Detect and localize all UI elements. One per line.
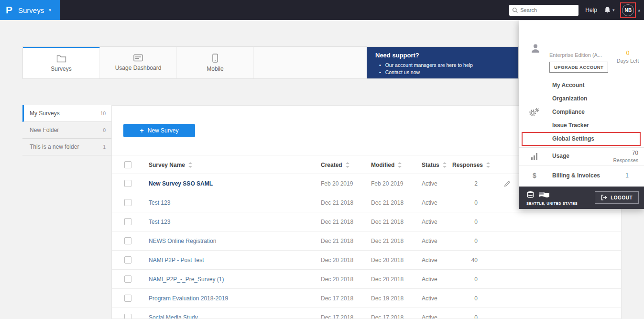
folder-label: My Surveys <box>30 110 60 117</box>
days-left-value: 0 <box>615 50 640 56</box>
upgrade-account-button[interactable]: UPGRADE ACCOUNT <box>549 62 608 73</box>
tab-usage-dashboard[interactable]: Usage Dashboard <box>100 47 177 78</box>
menu-item-usage[interactable]: Usage 70 Responses <box>519 147 644 165</box>
status-cell: Active <box>422 231 437 251</box>
menu-item-my-account[interactable]: My Account <box>519 78 644 92</box>
modified-cell: Dec 21 2018 <box>371 212 404 231</box>
table-row: Test 123 Dec 21 2018 Dec 21 2018 Active … <box>112 212 621 231</box>
account-dropdown-menu: Enterprise Edition (A... UPGRADE ACCOUNT… <box>519 20 644 209</box>
support-bullet: Our account managers are here to help <box>375 62 510 69</box>
app-window: P Surveys ▾ Help ▾ NB ▴ <box>0 0 644 319</box>
status-cell: Active <box>422 193 437 212</box>
tab-label: Surveys <box>51 66 71 72</box>
menu-item-issue-tracker[interactable]: Issue Tracker <box>519 119 644 132</box>
sidebar-item-my-surveys[interactable]: My Surveys 10 <box>22 105 111 122</box>
modified-cell: Dec 19 2018 <box>371 289 404 308</box>
menu-footer: SEATTLE, UNITED STATES LOGOUT <box>519 187 644 209</box>
chevron-up-icon[interactable]: ▴ <box>638 8 640 12</box>
sort-icon[interactable] <box>486 162 490 168</box>
avatar-highlight-box: NB <box>620 2 636 18</box>
column-responses: Responses <box>452 155 490 175</box>
search-input[interactable] <box>509 5 579 16</box>
dashboard-icon <box>133 54 143 62</box>
folder-count: 1 <box>103 144 106 150</box>
column-status: Status <box>422 155 447 175</box>
modified-cell: Feb 20 2019 <box>371 174 403 193</box>
survey-name-link[interactable]: NEWS Online Registration <box>149 231 216 251</box>
new-survey-label: New Survey <box>148 127 179 134</box>
survey-name-link[interactable]: Test 123 <box>149 212 170 231</box>
select-all-checkbox[interactable] <box>124 161 131 168</box>
sidebar-item-this-is-a-new-folder[interactable]: This is a new folder 1 <box>22 139 111 155</box>
row-checkbox[interactable] <box>124 199 131 206</box>
column-created: Created <box>321 155 349 175</box>
module-tabs-bar: Surveys Usage Dashboard Mobile Need supp… <box>22 46 519 79</box>
logout-icon <box>601 195 607 200</box>
row-checkbox[interactable] <box>124 180 131 187</box>
menu-item-organization[interactable]: Organization <box>519 92 644 105</box>
table-row: NAMI_P2P_-_Pre_Survey (1) Dec 20 2018 De… <box>112 270 621 289</box>
created-cell: Dec 20 2018 <box>321 251 353 270</box>
table-row: Social Media Study Dec 17 2018 Dec 17 20… <box>112 308 621 319</box>
help-link[interactable]: Help <box>585 7 597 13</box>
folder-label: This is a new folder <box>30 143 79 150</box>
product-switcher[interactable]: P Surveys ▾ <box>0 0 60 20</box>
contact-us-link[interactable]: Contact us now <box>375 69 510 76</box>
status-cell: Active <box>422 174 437 193</box>
tab-mobile[interactable]: Mobile <box>177 47 254 78</box>
billing-count: 1 <box>625 165 629 187</box>
menu-item-billing[interactable]: $ Billing & Invoices 1 <box>519 165 644 187</box>
usage-unit: Responses <box>613 157 638 163</box>
row-checkbox[interactable] <box>124 295 131 302</box>
row-checkbox[interactable] <box>124 314 131 319</box>
support-title: Need support? <box>375 52 510 59</box>
row-checkbox[interactable] <box>124 275 131 283</box>
global-search <box>509 5 579 16</box>
us-flag-icon <box>539 191 550 198</box>
survey-name-link[interactable]: Program Evaluation 2018-2019 <box>149 289 228 308</box>
tab-label: Mobile <box>207 66 223 72</box>
new-survey-button[interactable]: + New Survey <box>123 124 195 137</box>
avatar[interactable]: NB <box>622 4 634 16</box>
search-icon <box>512 7 518 13</box>
column-label: Survey Name <box>149 162 185 168</box>
row-checkbox[interactable] <box>124 256 131 264</box>
menu-item-global-settings[interactable]: Global Settings <box>519 132 644 145</box>
sort-icon[interactable] <box>443 162 447 168</box>
sort-icon[interactable] <box>398 162 402 168</box>
modified-cell: Dec 20 2018 <box>371 251 404 270</box>
responses-cell: 2 <box>447 174 478 193</box>
logout-button[interactable]: LOGOUT <box>595 191 639 204</box>
mobile-icon <box>212 54 218 63</box>
survey-name-link[interactable]: Social Media Study <box>149 308 198 319</box>
bar-chart-icon <box>531 153 538 160</box>
account-location: SEATTLE, UNITED STATES <box>526 201 578 206</box>
notifications-bell-icon[interactable] <box>604 6 611 14</box>
created-cell: Dec 21 2018 <box>321 212 353 231</box>
modified-cell: Dec 17 2018 <box>371 308 404 319</box>
support-panel: Need support? Our account managers are h… <box>367 47 518 78</box>
usage-label: Usage <box>552 147 569 165</box>
created-cell: Dec 21 2018 <box>321 193 353 212</box>
sort-icon[interactable] <box>188 162 192 168</box>
survey-name-link[interactable]: NAMI_P2P_-_Pre_Survey (1) <box>149 270 224 289</box>
row-checkbox[interactable] <box>124 237 131 244</box>
edit-pencil-icon[interactable] <box>504 180 511 187</box>
questionpro-logo: P <box>6 4 12 16</box>
responses-cell: 0 <box>447 308 478 319</box>
row-checkbox[interactable] <box>124 218 131 225</box>
status-cell: Active <box>422 270 437 289</box>
column-label: Status <box>422 162 439 168</box>
survey-name-link[interactable]: Test 123 <box>149 193 170 212</box>
sidebar-item-new-folder[interactable]: New Folder 0 <box>22 122 111 139</box>
sort-icon[interactable] <box>346 162 349 168</box>
survey-name-link[interactable]: New Survey SSO SAML <box>149 174 213 193</box>
tab-surveys[interactable]: Surveys <box>23 47 100 78</box>
folder-icon <box>56 55 66 63</box>
chevron-down-icon[interactable]: ▾ <box>612 8 615 12</box>
column-modified: Modified <box>371 155 402 175</box>
usage-value: 70 Responses <box>613 150 638 163</box>
table-row: NEWS Online Registration Dec 21 2018 Dec… <box>112 231 621 251</box>
folders-sidebar: My Surveys 10 New Folder 0 This is a new… <box>22 105 111 155</box>
survey-name-link[interactable]: NAMI P2P - Post Test <box>149 251 204 270</box>
